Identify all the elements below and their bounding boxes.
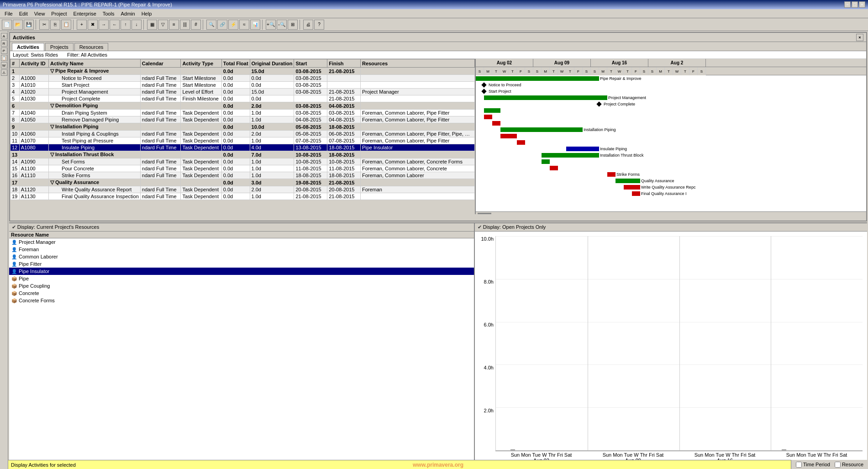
menu-file[interactable]: File xyxy=(2,11,16,17)
menu-edit[interactable]: Edit xyxy=(16,11,31,17)
activity-name: Start Project xyxy=(55,82,89,88)
maximize-button[interactable]: □ xyxy=(852,1,858,8)
tb-print[interactable]: 🖨 xyxy=(303,20,313,30)
tb-report[interactable]: 📊 xyxy=(250,20,260,30)
tb-new[interactable]: 📄 xyxy=(2,20,12,30)
resource-row[interactable]: 📦Concrete xyxy=(9,290,474,297)
table-row[interactable]: 3 A1010 Start Project ndard Full Time St… xyxy=(11,82,475,89)
activities-close-button[interactable]: × xyxy=(856,34,863,41)
menu-enterprise[interactable]: Enterprise xyxy=(71,11,99,17)
split-area: # Activity ID Activity Name Calendar Act… xyxy=(10,59,866,214)
col-header-id[interactable]: Activity ID xyxy=(19,59,48,68)
tb-help[interactable]: ? xyxy=(314,20,324,30)
tb-cut[interactable]: ✂ xyxy=(39,20,49,30)
checkbox-time-period[interactable] xyxy=(796,462,802,468)
tb-columns[interactable]: ||| xyxy=(180,20,190,30)
tab-resources[interactable]: Resources xyxy=(74,43,109,51)
table-row[interactable]: 8 A1050 Remove Damaged Piping ndard Full… xyxy=(11,116,475,123)
menu-admin[interactable]: Admin xyxy=(118,11,137,17)
close-button[interactable]: × xyxy=(859,1,865,8)
resource-row[interactable]: 👤Pipe Insulator xyxy=(9,268,474,275)
col-header-float[interactable]: Total Float xyxy=(221,59,250,68)
tb-filter[interactable]: ▽ xyxy=(158,20,168,30)
sidebar-resources[interactable]: R xyxy=(1,40,7,47)
col-header-name[interactable]: Activity Name xyxy=(49,59,141,68)
minimize-button[interactable]: − xyxy=(844,1,851,8)
tb-indent[interactable]: → xyxy=(99,20,109,30)
resource-row[interactable]: 📦Concrete Forms xyxy=(9,297,474,304)
col-header-res[interactable]: Resources xyxy=(360,59,474,68)
activity-name: Notice to Proceed xyxy=(55,75,101,81)
table-row[interactable]: 10 A1060 Install Piping & Couplings ndar… xyxy=(11,131,475,137)
col-header-dur[interactable]: Original Duration xyxy=(250,59,294,68)
menu-help[interactable]: Help xyxy=(139,11,155,17)
tb-fit[interactable]: ⊞ xyxy=(288,20,298,30)
checkbox-resource-label[interactable]: Resource xyxy=(835,462,863,468)
gantt-scrollbar[interactable] xyxy=(476,211,866,214)
col-header-type[interactable]: Activity Type xyxy=(181,59,221,68)
resource-row[interactable]: 👤Pipe Fitter xyxy=(9,260,474,268)
tb-link[interactable]: 🔗 xyxy=(217,20,227,30)
table-row[interactable]: 17 ▽Quality Assurance 0.0d 3.0d 19-08-20… xyxy=(11,179,475,186)
cell-finish: 10-08-2015 xyxy=(327,158,361,165)
sidebar-risks[interactable]: ⚠ xyxy=(1,69,7,76)
cell-res: Foreman, Common Laborer xyxy=(360,172,474,179)
table-row[interactable]: 19 A1130 Final Quality Assurance Inspect… xyxy=(11,193,475,200)
table-row[interactable]: 2 A1000 Notice to Proceed ndard Full Tim… xyxy=(11,75,475,82)
tb-hash[interactable]: # xyxy=(191,20,201,30)
menu-view[interactable]: View xyxy=(32,11,48,17)
col-header-start[interactable]: Start xyxy=(294,59,327,68)
table-row[interactable]: 15 A1100 Pour Concrete ndard Full Time T… xyxy=(11,165,475,172)
table-row[interactable]: 9 ▽Installation Piping 0.0d 10.0d 05-08-… xyxy=(11,123,475,131)
resource-row[interactable]: 👤Foreman xyxy=(9,246,474,253)
menu-bar: File Edit View Project Enterprise Tools … xyxy=(0,9,868,18)
tab-activities[interactable]: Activities xyxy=(12,43,44,51)
col-header-num[interactable]: # xyxy=(11,59,20,68)
menu-project[interactable]: Project xyxy=(48,11,69,17)
tb-layout[interactable]: ▦ xyxy=(147,20,157,30)
table-row[interactable]: 5 A1030 Project Complete ndard Full Time… xyxy=(11,95,475,102)
tb-schedule[interactable]: ⚡ xyxy=(228,20,238,30)
table-row[interactable]: 4 A1020 Project Management ndard Full Ti… xyxy=(11,89,475,95)
table-row[interactable]: 7 A1040 Drain Piping System ndard Full T… xyxy=(11,110,475,116)
table-row[interactable]: 12 A1080 Insulate Piping ndard Full Time… xyxy=(11,144,475,151)
resource-row[interactable]: 📦Pipe Coupling xyxy=(9,282,474,290)
tb-copy[interactable]: ⎘ xyxy=(50,20,60,30)
resource-row[interactable]: 👤Project Manager xyxy=(9,238,474,246)
col-header-cal[interactable]: Calendar xyxy=(140,59,181,68)
checkbox-time-period-label[interactable]: Time Period xyxy=(796,462,830,468)
tb-outdent[interactable]: ← xyxy=(110,20,120,30)
table-row[interactable]: 13 ▽Installation Thrust Block 0.0d 7.0d … xyxy=(11,151,475,158)
tb-level[interactable]: ≈ xyxy=(239,20,249,30)
sidebar-projects[interactable]: P xyxy=(1,47,7,54)
tb-paste[interactable]: 📋 xyxy=(61,20,71,30)
tb-zoom-out[interactable]: -🔍 xyxy=(277,20,287,30)
gantt-milestone-label: Notice to Proceed xyxy=(489,83,521,87)
tb-down[interactable]: ↓ xyxy=(132,20,142,30)
col-header-finish[interactable]: Finish xyxy=(327,59,361,68)
cell-num: 7 xyxy=(11,110,20,116)
tb-up[interactable]: ↑ xyxy=(121,20,131,30)
sidebar-reports[interactable]: 📋 xyxy=(1,55,7,61)
table-row[interactable]: 6 ▽Demolition Piping 0.0d 2.0d 03-08-201… xyxy=(11,102,475,110)
sidebar-wbs[interactable]: W xyxy=(1,62,7,69)
tb-add[interactable]: + xyxy=(77,20,87,30)
tb-open[interactable]: 📂 xyxy=(13,20,23,30)
table-row[interactable]: 1 ▽Pipe Repair & Improve 0.0d 15.0d 03-0… xyxy=(11,68,475,75)
table-row[interactable]: 14 A1090 Set Forms ndard Full Time Task … xyxy=(11,158,475,165)
table-row[interactable]: 11 A1070 Test Piping at Pressure ndard F… xyxy=(11,137,475,144)
resource-row[interactable]: 📦Pipe xyxy=(9,275,474,282)
checkbox-resource[interactable] xyxy=(835,462,841,468)
tb-delete[interactable]: ✖ xyxy=(88,20,98,30)
tb-find[interactable]: 🔍 xyxy=(206,20,216,30)
tb-group[interactable]: ≡ xyxy=(169,20,179,30)
sidebar-activities[interactable]: A xyxy=(1,33,7,39)
tab-projects[interactable]: Projects xyxy=(45,43,74,51)
menu-tools[interactable]: Tools xyxy=(100,11,117,17)
tb-zoom-in[interactable]: +🔍 xyxy=(266,20,276,30)
gantt-bar xyxy=(624,185,640,190)
table-row[interactable]: 18 A1120 Write Quality Assurance Report … xyxy=(11,186,475,193)
resource-row[interactable]: 👤Common Laborer xyxy=(9,253,474,260)
table-row[interactable]: 16 A1110 Strike Forms ndard Full Time Ta… xyxy=(11,172,475,179)
tb-save[interactable]: 💾 xyxy=(24,20,34,30)
